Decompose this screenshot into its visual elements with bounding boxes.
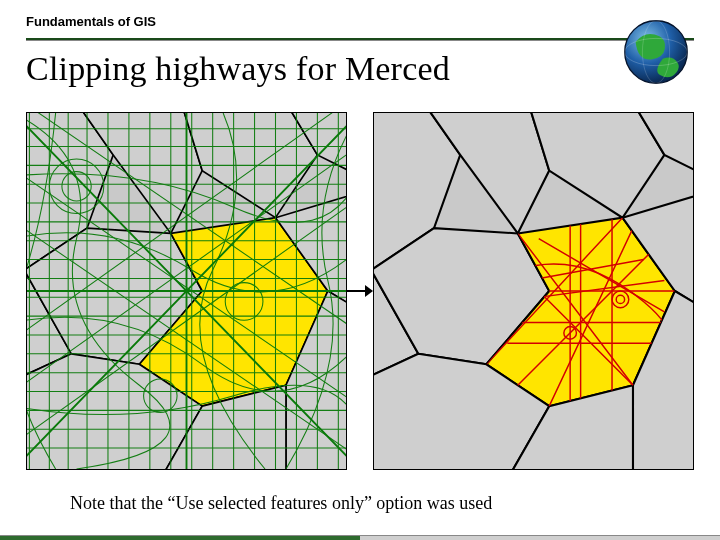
arrow-right-icon: [347, 271, 373, 311]
transition-arrow-gap: [347, 112, 373, 470]
map-comparison-row: [26, 112, 694, 470]
footnote: Note that the “Use selected features onl…: [70, 493, 492, 514]
header-divider: [26, 38, 694, 41]
svg-marker-9: [365, 285, 373, 297]
map-after: [373, 112, 694, 470]
header-label: Fundamentals of GIS: [26, 14, 156, 29]
map-before: [26, 112, 347, 470]
footer-divider: [0, 536, 720, 540]
globe-icon: [622, 18, 690, 86]
page-title: Clipping highways for Merced: [26, 50, 450, 88]
slide-header: Fundamentals of GIS: [26, 12, 694, 36]
